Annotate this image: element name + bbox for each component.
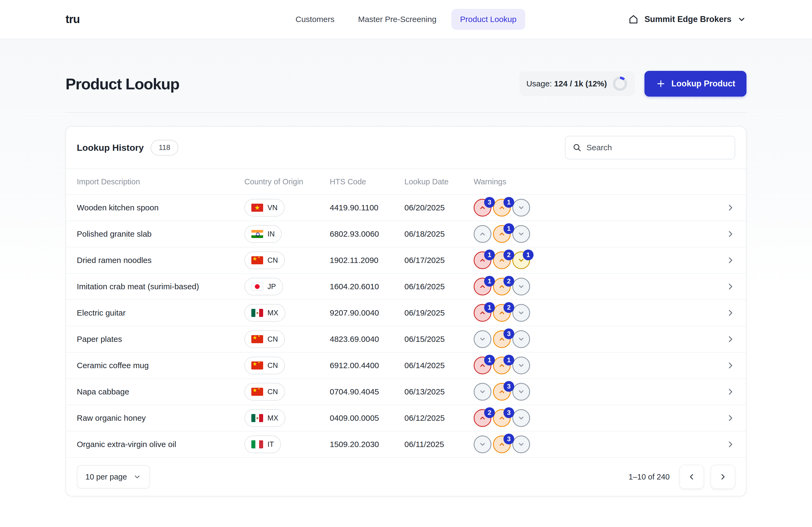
warning-orange-up-icon[interactable]: 1 [493,199,511,216]
warning-red-up-icon[interactable]: 1 [474,252,491,269]
lookup-date: 06/19/2025 [404,308,474,317]
warning-red-up-icon[interactable]: 1 [474,278,491,296]
nav-links: Customers Master Pre-Screening Product L… [287,9,525,30]
warning-gray-up-icon[interactable] [474,225,491,243]
warning-red-up-icon[interactable]: 3 [474,199,491,216]
nav-item-master-pre-screening[interactable]: Master Pre-Screening [350,9,445,30]
warning-count-badge: 1 [504,197,514,208]
warning-orange-up-icon[interactable]: 3 [493,436,511,453]
warning-gray-down-icon[interactable] [474,330,491,348]
row-chevron-right-icon[interactable] [715,255,735,265]
hts-code: 1902.11.2090 [330,256,404,265]
country-cell: CN [244,357,330,374]
col-hts-code: HTS Code [330,177,404,186]
hts-code: 6802.93.0060 [330,229,404,239]
pagination-range: 1–10 of 240 [628,472,670,481]
country-flag-icon [251,440,263,448]
country-badge: CN [244,357,285,374]
warning-gray-down-icon[interactable] [512,304,530,322]
country-code: CN [267,361,278,370]
table-row[interactable]: Ceramic coffee mug CN 6912.00.4400 06/14… [66,352,746,378]
warning-gray-down-icon[interactable] [474,383,491,401]
table-row[interactable]: Raw organic honey MX 0409.00.0005 06/12/… [66,405,746,431]
table-row[interactable]: Paper plates CN 4823.69.0040 06/15/2025 … [66,326,746,352]
warning-yellow-down-icon[interactable]: 1 [512,252,530,269]
warning-orange-up-icon[interactable]: 2 [493,252,511,269]
warning-gray-down-icon[interactable] [512,278,530,296]
country-flag-icon [251,414,263,422]
warning-orange-up-icon[interactable]: 3 [493,409,511,427]
warning-count-badge: 1 [484,250,495,260]
country-flag-icon [251,388,263,396]
search-input[interactable] [586,143,728,152]
country-code: CN [267,388,278,396]
warning-count-badge: 1 [484,302,495,313]
warning-gray-down-icon[interactable] [512,330,530,348]
nav-item-product-lookup[interactable]: Product Lookup [451,9,525,30]
row-chevron-right-icon[interactable] [715,203,735,212]
warning-gray-down-icon[interactable] [512,436,530,453]
warning-count-badge: 2 [504,276,514,287]
warning-orange-up-icon[interactable]: 2 [493,304,511,322]
country-code: CN [267,335,278,344]
row-chevron-right-icon[interactable] [715,361,735,370]
country-code: JP [267,283,276,291]
warning-orange-up-icon[interactable]: 3 [493,383,511,401]
warning-gray-down-icon[interactable] [512,225,530,243]
warning-gray-down-icon[interactable] [512,383,530,401]
per-page-select[interactable]: 10 per page [77,465,150,488]
row-chevron-right-icon[interactable] [715,439,735,449]
table-row[interactable]: Napa cabbage CN 0704.90.4045 06/13/2025 … [66,378,746,405]
page-header: Product Lookup Usage: 124 / 1k (12%) Loo… [66,39,746,112]
warning-gray-down-icon[interactable] [512,409,530,427]
search-box[interactable] [565,136,735,160]
warning-orange-up-icon[interactable]: 3 [493,330,511,348]
country-code: CN [267,256,278,265]
table-row[interactable]: Dried ramen noodles CN 1902.11.2090 06/1… [66,247,746,273]
chevron-right-icon [718,472,727,481]
warning-orange-up-icon[interactable]: 1 [493,225,511,243]
table-row[interactable]: Polished granite slab IN 6802.93.0060 06… [66,221,746,247]
nav-item-customers[interactable]: Customers [287,9,343,30]
warnings-cell: 12 [474,304,715,322]
row-chevron-right-icon[interactable] [715,334,735,344]
row-chevron-right-icon[interactable] [715,413,735,423]
chevron-down-icon [133,472,142,481]
warning-orange-up-icon[interactable]: 1 [493,357,511,374]
previous-page-button[interactable] [679,465,704,489]
warning-red-up-icon[interactable]: 1 [474,357,491,374]
country-cell: CN [244,252,330,269]
warning-gray-down-icon[interactable] [512,199,530,216]
page-title: Product Lookup [66,75,179,93]
lookup-date: 06/12/2025 [404,413,474,423]
table-row[interactable]: Wooden kitchen spoon VN 4419.90.1100 06/… [66,194,746,221]
lookup-date: 06/11/2025 [404,440,474,449]
warning-red-up-icon[interactable]: 1 [474,304,491,322]
lookup-date: 06/18/2025 [404,229,474,239]
row-chevron-right-icon[interactable] [715,308,735,318]
import-description: Raw organic honey [77,413,244,423]
warning-red-up-icon[interactable]: 2 [474,409,491,427]
row-chevron-right-icon[interactable] [715,387,735,396]
lookup-product-button[interactable]: Lookup Product [644,71,746,96]
country-flag-icon [251,335,263,343]
account-menu[interactable]: Summit Edge Brokers [628,14,746,25]
hts-code: 0409.00.0005 [330,413,404,423]
table-row[interactable]: Imitation crab meat (surimi-based) JP 16… [66,273,746,299]
country-badge: CN [244,252,285,269]
warning-gray-down-icon[interactable] [512,357,530,374]
next-page-button[interactable] [710,465,735,489]
header-divider [66,112,746,113]
warning-count-badge: 1 [484,355,495,365]
country-cell: JP [244,278,330,296]
row-chevron-right-icon[interactable] [715,282,735,291]
history-count-badge: 118 [151,140,178,156]
warning-orange-up-icon[interactable]: 2 [493,278,511,296]
country-badge: MX [244,304,286,322]
org-name: Summit Edge Brokers [644,15,731,24]
row-chevron-right-icon[interactable] [715,229,735,239]
table-row[interactable]: Organic extra-virgin olive oil IT 1509.2… [66,431,746,457]
warning-gray-down-icon[interactable] [474,436,491,453]
country-flag-icon [251,256,263,264]
table-row[interactable]: Electric guitar MX 9207.90.0040 06/19/20… [66,299,746,326]
